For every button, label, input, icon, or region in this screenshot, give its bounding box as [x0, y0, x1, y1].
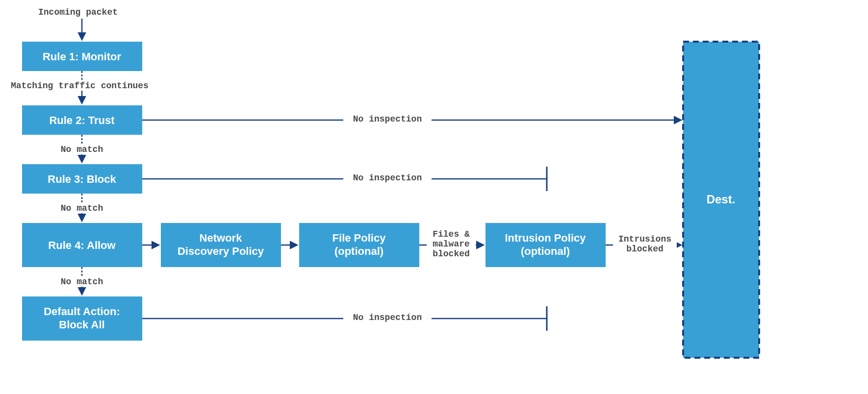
- no-match-1: No match: [61, 145, 103, 154]
- no-inspection-1: No inspection: [353, 114, 422, 124]
- default-label-1: Default Action:: [44, 305, 120, 318]
- intrusion-label-2: (optional): [521, 245, 570, 257]
- files-malware-1: Files &: [433, 229, 470, 239]
- files-malware-2: malware: [433, 239, 470, 249]
- default-label-2: Block All: [59, 319, 104, 331]
- network-label-1: Network: [200, 232, 243, 244]
- no-match-3: No match: [61, 277, 103, 287]
- network-label-2: Discovery Policy: [178, 245, 264, 257]
- rule1-label: Rule 1: Monitor: [43, 50, 122, 63]
- flow-diagram: Dest. Incoming packet Rule 1: Monitor Ma…: [0, 0, 868, 394]
- no-inspection-3: No inspection: [353, 313, 422, 322]
- file-label-2: (optional): [334, 245, 383, 257]
- matching-continues-label: Matching traffic continues: [11, 81, 149, 91]
- intrusions-2: blocked: [626, 244, 664, 254]
- no-inspection-2: No inspection: [353, 173, 422, 183]
- rule3-label: Rule 3: Block: [48, 173, 116, 185]
- dest-label: Dest.: [707, 193, 736, 206]
- incoming-label: Incoming packet: [38, 7, 118, 17]
- no-match-2: No match: [61, 203, 103, 213]
- file-label-1: File Policy: [332, 232, 386, 244]
- rule4-label: Rule 4: Allow: [48, 239, 116, 251]
- files-malware-3: blocked: [433, 249, 470, 259]
- rule2-label: Rule 2: Trust: [49, 114, 115, 126]
- intrusion-label-1: Intrusion Policy: [505, 232, 586, 244]
- intrusions-1: Intrusions: [618, 234, 671, 244]
